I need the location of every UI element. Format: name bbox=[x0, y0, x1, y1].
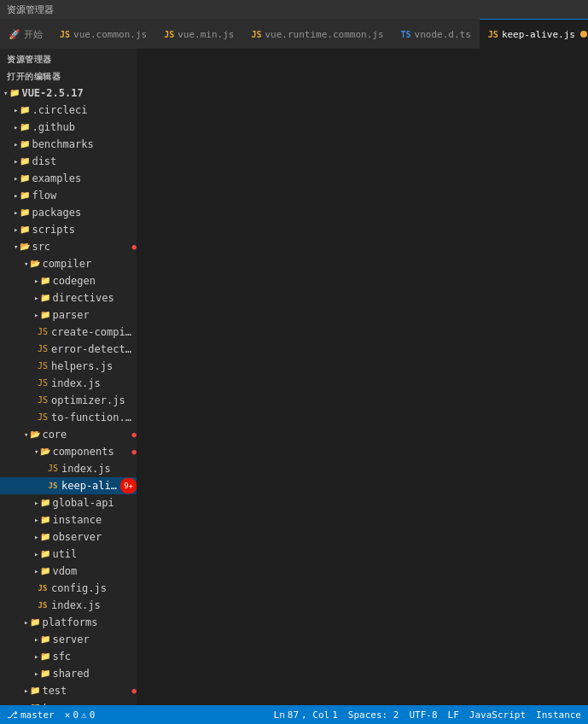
sidebar-item-to-function[interactable]: JS to-function.js bbox=[0, 409, 137, 426]
git-icon: ⎇ bbox=[7, 709, 18, 721]
file-js-icon: JS bbox=[44, 478, 61, 493]
sidebar: 资源管理器 打开的编辑器 ▾ 📁 VUE-2.5.17 ▸ 📁 .circlec… bbox=[0, 49, 137, 705]
encoding[interactable]: UTF-8 bbox=[409, 709, 437, 721]
error-count[interactable]: ✕ 0 ⚠ 0 bbox=[65, 709, 96, 721]
sidebar-item-types[interactable]: ▸ 📁 types bbox=[0, 699, 137, 705]
sidebar-item-circleci[interactable]: ▸ 📁 .circleci bbox=[0, 102, 137, 119]
sidebar-item-compiler-index[interactable]: JS index.js bbox=[0, 375, 137, 392]
ts-icon: TS bbox=[401, 30, 411, 39]
tab-vnode-ts[interactable]: TS vnode.d.ts bbox=[393, 19, 480, 49]
folder-open-icon: 📂 bbox=[18, 239, 32, 254]
sidebar-item-packages[interactable]: ▸ 📁 packages bbox=[0, 204, 137, 221]
file-js-icon: JS bbox=[34, 359, 51, 374]
folder-icon: 📁 bbox=[38, 563, 52, 579]
sidebar-item-vdom[interactable]: ▸ 📁 vdom bbox=[0, 563, 137, 580]
folder-open-icon: 📂 bbox=[28, 256, 42, 272]
file-js-icon: JS bbox=[34, 598, 51, 613]
sidebar-item-global-api[interactable]: ▸ 📁 global-api bbox=[0, 494, 137, 511]
sidebar-item-keep-alive[interactable]: JS keep-alive.js 9+ bbox=[0, 477, 137, 494]
tab-keep-alive[interactable]: JS keep-alive.js bbox=[480, 19, 588, 49]
explorer-title: 资源管理器 bbox=[0, 49, 137, 67]
tab-vue-common[interactable]: JS vue.common.js bbox=[51, 19, 155, 49]
modified-dot bbox=[580, 31, 587, 38]
folder-open-icon: 📂 bbox=[28, 427, 42, 442]
sidebar-item-github[interactable]: ▸ 📁 .github bbox=[0, 119, 137, 136]
vue-version-label: VUE-2.5.17 bbox=[21, 85, 137, 101]
tab-bar: 🚀 开始 JS vue.common.js JS vue.min.js JS v… bbox=[0, 19, 588, 49]
sidebar-item-flow[interactable]: ▸ 📁 flow bbox=[0, 187, 137, 204]
tab-label: vue.runtime.common.js bbox=[265, 29, 383, 40]
tab-vue-runtime[interactable]: JS vue.runtime.common.js bbox=[242, 19, 392, 49]
folder-icon: 📁 bbox=[38, 666, 52, 681]
line-numbers bbox=[137, 49, 164, 705]
tab-label: vue.min.js bbox=[178, 29, 234, 40]
folder-icon: 📁 bbox=[18, 137, 32, 152]
sidebar-item-components-index[interactable]: JS index.js bbox=[0, 460, 137, 477]
js-icon: JS bbox=[251, 30, 261, 39]
sidebar-item-create-compiler[interactable]: JS create-compiler.js bbox=[0, 324, 137, 341]
error-icon: ✕ bbox=[65, 709, 71, 721]
folder-icon: 📁 bbox=[8, 85, 21, 101]
sidebar-item-compiler[interactable]: ▾ 📂 compiler bbox=[0, 255, 137, 272]
sidebar-item-util[interactable]: ▸ 📁 util bbox=[0, 546, 137, 563]
git-branch[interactable]: ⎇ master bbox=[7, 709, 55, 721]
sidebar-item-optimizer[interactable]: JS optimizer.js bbox=[0, 392, 137, 409]
sidebar-item-core-index[interactable]: JS index.js bbox=[0, 597, 137, 614]
file-js-icon: JS bbox=[34, 393, 51, 408]
file-js-icon: JS bbox=[34, 342, 51, 357]
folder-icon: 📁 bbox=[38, 649, 52, 664]
sidebar-item-platforms[interactable]: ▸ 📁 platforms bbox=[0, 614, 137, 631]
sidebar-item-examples[interactable]: ▸ 📁 examples bbox=[0, 170, 137, 187]
sidebar-item-core[interactable]: ▾ 📂 core ● bbox=[0, 426, 137, 443]
sidebar-item-server[interactable]: ▸ 📁 server bbox=[0, 631, 137, 648]
sidebar-item-config[interactable]: JS config.js bbox=[0, 580, 137, 597]
tab-vue-min[interactable]: JS vue.min.js bbox=[155, 19, 242, 49]
line-ending[interactable]: LF bbox=[448, 709, 459, 721]
sidebar-item-scripts[interactable]: ▸ 📁 scripts bbox=[0, 221, 137, 238]
sidebar-item-directives[interactable]: ▸ 📁 directives bbox=[0, 289, 137, 307]
sidebar-item-observer[interactable]: ▸ 📁 observer bbox=[0, 528, 137, 546]
file-js-icon: JS bbox=[34, 410, 51, 425]
folder-icon: 📁 bbox=[18, 222, 32, 237]
language-mode[interactable]: JavaScript bbox=[469, 709, 526, 721]
sidebar-item-sfc[interactable]: ▸ 📁 sfc bbox=[0, 648, 137, 665]
folder-icon: 📁 bbox=[38, 273, 52, 289]
editor-area[interactable] bbox=[137, 49, 588, 705]
folder-icon: 📁 bbox=[18, 102, 32, 118]
folder-icon: 📁 bbox=[28, 615, 42, 630]
folder-icon: 📁 bbox=[18, 120, 32, 135]
sidebar-item-dist[interactable]: ▸ 📁 dist bbox=[0, 153, 137, 170]
file-js-icon: JS bbox=[34, 376, 51, 391]
file-js-icon: JS bbox=[44, 461, 61, 476]
sidebar-item-benchmarks[interactable]: ▸ 📁 benchmarks bbox=[0, 136, 137, 153]
title-bar: 资源管理器 bbox=[0, 0, 588, 19]
folder-icon: 📁 bbox=[18, 171, 32, 186]
indent-size[interactable]: Spaces: 2 bbox=[348, 709, 399, 721]
sidebar-item-test[interactable]: ▸ 📁 test ● bbox=[0, 682, 137, 699]
title-text: 资源管理器 bbox=[7, 3, 54, 16]
sidebar-item-shared[interactable]: ▸ 📁 shared bbox=[0, 665, 137, 682]
code-content[interactable] bbox=[164, 49, 588, 705]
tab-kaishi[interactable]: 🚀 开始 bbox=[0, 19, 51, 49]
js-icon: JS bbox=[164, 30, 174, 39]
error-badge-count: 9+ bbox=[120, 478, 137, 493]
folder-icon: 📁 bbox=[38, 512, 52, 528]
js-icon: JS bbox=[60, 30, 70, 39]
folder-icon: 📁 bbox=[38, 546, 52, 562]
warning-icon: ⚠ bbox=[81, 709, 87, 721]
sidebar-item-src[interactable]: ▾ 📂 src ● bbox=[0, 238, 137, 255]
folder-icon: 📁 bbox=[18, 188, 32, 203]
main-area: 资源管理器 打开的编辑器 ▾ 📁 VUE-2.5.17 ▸ 📁 .circlec… bbox=[0, 49, 588, 705]
rocket-icon: 🚀 bbox=[9, 29, 20, 40]
folder-open-icon: 📂 bbox=[38, 444, 52, 459]
sidebar-item-instance[interactable]: ▸ 📁 instance bbox=[0, 511, 137, 528]
sidebar-item-components[interactable]: ▾ 📂 components ● bbox=[0, 443, 137, 460]
tab-label: 开始 bbox=[24, 28, 43, 41]
file-js-icon: JS bbox=[34, 581, 51, 596]
sidebar-item-codegen[interactable]: ▸ 📁 codegen bbox=[0, 272, 137, 289]
sidebar-item-error-detector[interactable]: JS error-detector.js bbox=[0, 341, 137, 358]
sidebar-vue-root[interactable]: ▾ 📁 VUE-2.5.17 bbox=[0, 85, 137, 102]
cursor-position[interactable]: Ln 87 , Col 1 bbox=[274, 709, 338, 721]
sidebar-item-parser[interactable]: ▸ 📁 parser bbox=[0, 307, 137, 324]
sidebar-item-helpers[interactable]: JS helpers.js bbox=[0, 358, 137, 375]
